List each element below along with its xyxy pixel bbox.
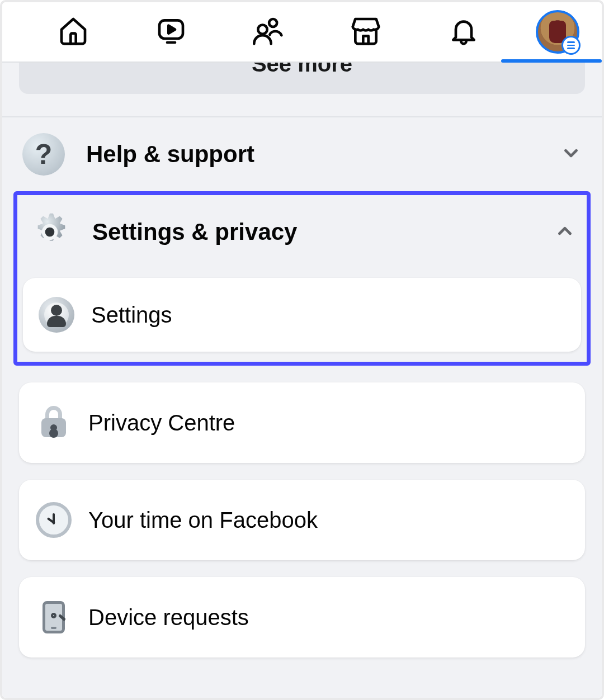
settings-privacy-row[interactable]: Settings & privacy: [17, 195, 587, 269]
friends-icon: [253, 15, 284, 49]
help-support-row[interactable]: ? Help & support: [2, 116, 602, 191]
see-more-label: See more: [252, 63, 352, 77]
nav-watch[interactable]: [122, 2, 219, 62]
device-requests-label: Device requests: [88, 605, 249, 630]
svg-point-5: [45, 228, 55, 237]
settings-privacy-label: Settings & privacy: [92, 219, 554, 245]
question-icon: ?: [22, 133, 65, 176]
home-icon: [58, 15, 89, 49]
nav-menu[interactable]: [512, 2, 579, 62]
svg-point-2: [269, 19, 277, 27]
menu-badge-icon: [561, 36, 581, 55]
menu-content: See more ? Help & support: [2, 63, 602, 698]
settings-privacy-highlight: Settings & privacy Settings: [13, 191, 591, 366]
device-key-icon: [36, 599, 72, 635]
device-requests-card[interactable]: Device requests: [19, 577, 585, 658]
bell-icon: [448, 15, 479, 49]
nav-marketplace[interactable]: [317, 2, 414, 62]
privacy-centre-label: Privacy Centre: [88, 410, 235, 436]
privacy-centre-card[interactable]: Privacy Centre: [19, 382, 585, 463]
clock-icon: [36, 502, 72, 538]
video-icon: [155, 15, 187, 49]
chevron-up-icon: [554, 220, 575, 244]
chevron-down-icon: [560, 143, 582, 166]
help-support-label: Help & support: [86, 141, 560, 168]
nav-home[interactable]: [25, 2, 122, 62]
lock-icon: [36, 405, 72, 441]
settings-card[interactable]: Settings: [23, 278, 581, 352]
active-tab-indicator: [501, 59, 602, 63]
top-nav: [2, 2, 602, 63]
nav-notifications[interactable]: [415, 2, 512, 62]
your-time-label: Your time on Facebook: [88, 508, 318, 533]
your-time-card[interactable]: Your time on Facebook: [19, 480, 585, 560]
see-more-button[interactable]: See more: [19, 63, 585, 94]
profile-avatar[interactable]: [536, 10, 579, 54]
svg-point-3: [258, 25, 267, 34]
settings-card-label: Settings: [91, 302, 172, 328]
person-circle-icon: [39, 297, 74, 333]
gear-icon: [29, 211, 71, 253]
nav-friends[interactable]: [220, 2, 317, 62]
marketplace-icon: [350, 15, 381, 49]
